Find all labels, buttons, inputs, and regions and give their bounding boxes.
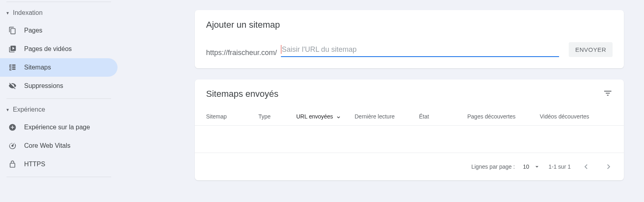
next-page-button[interactable] bbox=[601, 159, 616, 174]
sidebar-item-label: Suppressions bbox=[24, 82, 63, 90]
page-experience-icon bbox=[8, 123, 17, 132]
col-pages-discovered[interactable]: Pages découvertes bbox=[467, 113, 540, 120]
sidebar-item-pages[interactable]: Pages bbox=[0, 21, 118, 40]
sidebar: ▼ Indexation Pages Pages de vidéos Sitem… bbox=[0, 0, 121, 202]
sort-desc-icon bbox=[335, 113, 342, 120]
sidebar-item-suppressions[interactable]: Suppressions bbox=[0, 77, 118, 95]
caret-down-icon: ▼ bbox=[6, 11, 10, 15]
speedometer-icon bbox=[8, 141, 17, 150]
table-header-row: Sitemap Type URL envoyées Dernière lectu… bbox=[195, 108, 624, 126]
col-last-read[interactable]: Dernière lecture bbox=[355, 113, 419, 120]
dropdown-icon bbox=[533, 163, 541, 170]
sidebar-item-page-experience[interactable]: Expérience sur la page bbox=[0, 118, 118, 137]
text-caret bbox=[281, 45, 281, 54]
sidebar-item-video-pages[interactable]: Pages de vidéos bbox=[0, 40, 118, 58]
divider bbox=[6, 177, 111, 177]
lock-icon bbox=[8, 160, 17, 169]
rows-per-page-value: 10 bbox=[523, 163, 529, 170]
sidebar-section-indexation[interactable]: ▼ Indexation bbox=[0, 4, 121, 21]
sidebar-item-label: HTTPS bbox=[24, 161, 45, 168]
add-sitemap-title: Ajouter un sitemap bbox=[206, 20, 613, 30]
sidebar-item-label: Pages de vidéos bbox=[24, 45, 72, 53]
prev-page-button[interactable] bbox=[579, 159, 593, 174]
sidebar-item-core-web-vitals[interactable]: Core Web Vitals bbox=[0, 137, 118, 155]
sidebar-section-experience[interactable]: ▼ Expérience bbox=[0, 101, 121, 118]
section-label: Indexation bbox=[13, 9, 43, 16]
sidebar-item-label: Expérience sur la page bbox=[24, 124, 90, 131]
main-content: Ajouter un sitemap https://fraischeur.co… bbox=[121, 0, 644, 202]
sidebar-item-label: Pages bbox=[24, 27, 42, 34]
caret-down-icon: ▼ bbox=[6, 108, 10, 112]
sidebar-item-label: Core Web Vitals bbox=[24, 142, 70, 149]
col-type[interactable]: Type bbox=[258, 113, 296, 120]
divider bbox=[6, 2, 111, 2]
sidebar-item-https[interactable]: HTTPS bbox=[0, 155, 118, 173]
add-sitemap-card: Ajouter un sitemap https://fraischeur.co… bbox=[195, 10, 624, 68]
url-prefix: https://fraischeur.com/ bbox=[206, 49, 277, 57]
sitemaps-list-card: Sitemaps envoyés Sitemap Type URL envoyé… bbox=[195, 80, 624, 180]
sitemaps-list-title: Sitemaps envoyés bbox=[206, 89, 279, 99]
col-state[interactable]: État bbox=[419, 113, 467, 120]
pagination-range: 1-1 sur 1 bbox=[549, 163, 571, 170]
col-sitemap[interactable]: Sitemap bbox=[206, 113, 258, 120]
col-url-sent[interactable]: URL envoyées bbox=[296, 113, 355, 120]
sidebar-item-label: Sitemaps bbox=[24, 64, 51, 71]
sitemap-icon bbox=[8, 63, 17, 72]
sitemap-url-input[interactable] bbox=[281, 44, 559, 57]
sitemaps-list-header: Sitemaps envoyés bbox=[195, 80, 624, 108]
section-label: Expérience bbox=[13, 106, 45, 113]
col-url-sent-label: URL envoyées bbox=[296, 113, 333, 120]
divider bbox=[6, 98, 111, 99]
rows-per-page-select[interactable]: 10 bbox=[523, 163, 541, 170]
chevron-left-icon bbox=[581, 162, 591, 171]
table-empty-body bbox=[195, 126, 624, 153]
pages-icon bbox=[8, 26, 17, 35]
submit-sitemap-button[interactable]: ENVOYER bbox=[569, 42, 613, 57]
video-pages-icon bbox=[8, 45, 17, 53]
sidebar-item-sitemaps[interactable]: Sitemaps bbox=[0, 58, 118, 77]
suppressions-icon bbox=[8, 82, 17, 90]
rows-per-page-label: Lignes par page : bbox=[471, 163, 515, 170]
chevron-right-icon bbox=[604, 162, 613, 171]
filter-icon bbox=[603, 88, 613, 98]
add-sitemap-row: https://fraischeur.com/ ENVOYER bbox=[206, 42, 613, 57]
table-footer: Lignes par page : 10 1-1 sur 1 bbox=[195, 153, 624, 180]
filter-button[interactable] bbox=[603, 88, 613, 100]
col-videos-discovered[interactable]: Vidéos découvertes bbox=[540, 113, 613, 120]
